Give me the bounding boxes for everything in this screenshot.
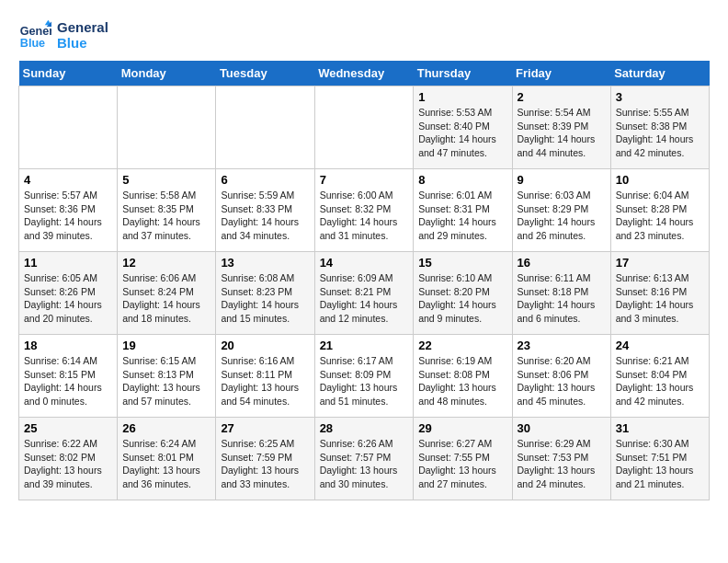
day-info: Sunrise: 6:04 AMSunset: 8:28 PMDaylight:… (616, 189, 704, 243)
day-number: 3 (616, 90, 704, 104)
day-info: Sunrise: 5:53 AMSunset: 8:40 PMDaylight:… (418, 106, 506, 160)
calendar-cell: 27Sunrise: 6:25 AMSunset: 7:59 PMDayligh… (216, 418, 314, 500)
calendar-cell: 22Sunrise: 6:19 AMSunset: 8:08 PMDayligh… (414, 335, 512, 418)
calendar-cell: 30Sunrise: 6:29 AMSunset: 7:53 PMDayligh… (512, 418, 610, 500)
day-info: Sunrise: 6:17 AMSunset: 8:09 PMDaylight:… (320, 354, 409, 408)
calendar-cell: 1Sunrise: 5:53 AMSunset: 8:40 PMDaylight… (414, 86, 512, 169)
day-info: Sunrise: 6:03 AMSunset: 8:29 PMDaylight:… (518, 189, 606, 243)
calendar-cell: 29Sunrise: 6:27 AMSunset: 7:55 PMDayligh… (414, 418, 512, 500)
calendar-cell: 28Sunrise: 6:26 AMSunset: 7:57 PMDayligh… (314, 418, 414, 500)
day-number: 20 (221, 339, 309, 352)
day-info: Sunrise: 6:24 AMSunset: 8:01 PMDaylight:… (122, 437, 210, 491)
day-number: 14 (320, 256, 409, 270)
calendar-cell: 9Sunrise: 6:03 AMSunset: 8:29 PMDaylight… (512, 169, 610, 252)
day-info: Sunrise: 5:58 AMSunset: 8:35 PMDaylight:… (122, 189, 210, 243)
day-info: Sunrise: 6:06 AMSunset: 8:24 PMDaylight:… (122, 271, 210, 326)
day-number: 1 (418, 90, 506, 104)
calendar-cell: 20Sunrise: 6:16 AMSunset: 8:11 PMDayligh… (216, 335, 314, 418)
day-number: 17 (616, 256, 704, 270)
day-number: 30 (518, 421, 606, 435)
day-number: 13 (221, 256, 309, 270)
day-number: 24 (616, 339, 704, 352)
calendar-cell: 13Sunrise: 6:08 AMSunset: 8:23 PMDayligh… (216, 252, 314, 335)
day-number: 11 (24, 256, 112, 270)
day-info: Sunrise: 6:30 AMSunset: 7:51 PMDaylight:… (616, 437, 704, 491)
calendar-cell: 16Sunrise: 6:11 AMSunset: 8:18 PMDayligh… (512, 252, 610, 335)
day-info: Sunrise: 6:25 AMSunset: 7:59 PMDaylight:… (221, 437, 309, 491)
day-number: 26 (122, 421, 210, 435)
calendar-cell: 24Sunrise: 6:21 AMSunset: 8:04 PMDayligh… (610, 335, 709, 418)
logo-name-general: General (57, 19, 108, 35)
day-number: 10 (616, 173, 704, 187)
col-header-thursday: Thursday (414, 61, 512, 86)
day-info: Sunrise: 6:13 AMSunset: 8:16 PMDaylight:… (616, 271, 704, 326)
calendar-cell: 12Sunrise: 6:06 AMSunset: 8:24 PMDayligh… (118, 252, 216, 335)
day-number: 22 (418, 339, 506, 352)
calendar-cell: 25Sunrise: 6:22 AMSunset: 8:02 PMDayligh… (19, 418, 118, 500)
svg-text:Blue: Blue (20, 37, 45, 50)
header: General Blue General Blue (18, 18, 710, 52)
calendar-cell: 3Sunrise: 5:55 AMSunset: 8:38 PMDaylight… (610, 86, 709, 169)
day-number: 4 (24, 173, 112, 187)
day-info: Sunrise: 5:59 AMSunset: 8:33 PMDaylight:… (221, 189, 309, 243)
calendar-cell: 11Sunrise: 6:05 AMSunset: 8:26 PMDayligh… (19, 252, 118, 335)
day-info: Sunrise: 6:01 AMSunset: 8:31 PMDaylight:… (418, 189, 506, 243)
day-number: 9 (518, 173, 606, 187)
day-info: Sunrise: 6:10 AMSunset: 8:20 PMDaylight:… (418, 271, 506, 326)
calendar-cell: 15Sunrise: 6:10 AMSunset: 8:20 PMDayligh… (414, 252, 512, 335)
calendar-table: SundayMondayTuesdayWednesdayThursdayFrid… (18, 61, 710, 500)
day-info: Sunrise: 6:20 AMSunset: 8:06 PMDaylight:… (518, 354, 606, 408)
day-number: 12 (122, 256, 210, 270)
logo-name-blue: Blue (57, 35, 108, 51)
day-info: Sunrise: 6:05 AMSunset: 8:26 PMDaylight:… (24, 271, 112, 326)
calendar-cell: 14Sunrise: 6:09 AMSunset: 8:21 PMDayligh… (314, 252, 414, 335)
day-number: 25 (24, 421, 112, 435)
day-number: 19 (122, 339, 210, 352)
calendar-cell: 17Sunrise: 6:13 AMSunset: 8:16 PMDayligh… (610, 252, 709, 335)
day-info: Sunrise: 6:11 AMSunset: 8:18 PMDaylight:… (518, 271, 606, 326)
col-header-monday: Monday (118, 61, 216, 86)
day-number: 8 (418, 173, 506, 187)
calendar-cell: 18Sunrise: 6:14 AMSunset: 8:15 PMDayligh… (19, 335, 118, 418)
day-info: Sunrise: 6:14 AMSunset: 8:15 PMDaylight:… (24, 354, 112, 408)
day-info: Sunrise: 5:55 AMSunset: 8:38 PMDaylight:… (616, 106, 704, 160)
day-info: Sunrise: 6:09 AMSunset: 8:21 PMDaylight:… (320, 271, 409, 326)
calendar-cell: 8Sunrise: 6:01 AMSunset: 8:31 PMDaylight… (414, 169, 512, 252)
day-number: 28 (320, 421, 409, 435)
day-number: 29 (418, 421, 506, 435)
calendar-cell: 6Sunrise: 5:59 AMSunset: 8:33 PMDaylight… (216, 169, 314, 252)
day-number: 21 (320, 339, 409, 352)
col-header-saturday: Saturday (610, 61, 709, 86)
day-number: 27 (221, 421, 309, 435)
day-number: 2 (518, 90, 606, 104)
day-number: 5 (122, 173, 210, 187)
day-info: Sunrise: 6:00 AMSunset: 8:32 PMDaylight:… (320, 189, 409, 243)
day-info: Sunrise: 6:15 AMSunset: 8:13 PMDaylight:… (122, 354, 210, 408)
day-info: Sunrise: 6:21 AMSunset: 8:04 PMDaylight:… (616, 354, 704, 408)
col-header-wednesday: Wednesday (314, 61, 414, 86)
calendar-cell: 21Sunrise: 6:17 AMSunset: 8:09 PMDayligh… (314, 335, 414, 418)
day-info: Sunrise: 6:26 AMSunset: 7:57 PMDaylight:… (320, 437, 409, 491)
day-number: 7 (320, 173, 409, 187)
calendar-cell (19, 86, 118, 169)
col-header-sunday: Sunday (19, 61, 118, 86)
calendar-cell: 23Sunrise: 6:20 AMSunset: 8:06 PMDayligh… (512, 335, 610, 418)
day-info: Sunrise: 6:19 AMSunset: 8:08 PMDaylight:… (418, 354, 506, 408)
day-number: 18 (24, 339, 112, 352)
day-info: Sunrise: 6:29 AMSunset: 7:53 PMDaylight:… (518, 437, 606, 491)
calendar-cell: 19Sunrise: 6:15 AMSunset: 8:13 PMDayligh… (118, 335, 216, 418)
calendar-cell: 7Sunrise: 6:00 AMSunset: 8:32 PMDaylight… (314, 169, 414, 252)
day-number: 23 (518, 339, 606, 352)
day-info: Sunrise: 6:22 AMSunset: 8:02 PMDaylight:… (24, 437, 112, 491)
logo: General Blue General Blue (18, 18, 108, 52)
calendar-cell: 4Sunrise: 5:57 AMSunset: 8:36 PMDaylight… (19, 169, 118, 252)
day-number: 6 (221, 173, 309, 187)
day-info: Sunrise: 6:08 AMSunset: 8:23 PMDaylight:… (221, 271, 309, 326)
calendar-cell: 26Sunrise: 6:24 AMSunset: 8:01 PMDayligh… (118, 418, 216, 500)
day-number: 16 (518, 256, 606, 270)
col-header-tuesday: Tuesday (216, 61, 314, 86)
day-info: Sunrise: 5:54 AMSunset: 8:39 PMDaylight:… (518, 106, 606, 160)
day-info: Sunrise: 6:16 AMSunset: 8:11 PMDaylight:… (221, 354, 309, 408)
logo-icon: General Blue (18, 18, 51, 52)
day-info: Sunrise: 5:57 AMSunset: 8:36 PMDaylight:… (24, 189, 112, 243)
